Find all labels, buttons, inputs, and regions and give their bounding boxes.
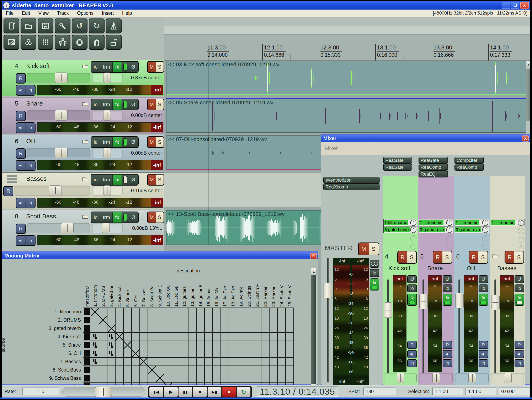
matrix-cell[interactable] bbox=[278, 357, 285, 366]
matrix-cell[interactable] bbox=[188, 324, 196, 332]
phase-button[interactable]: Ø bbox=[407, 275, 417, 283]
matrix-cell[interactable] bbox=[269, 308, 278, 316]
folder-icon[interactable] bbox=[82, 213, 89, 221]
matrix-cell[interactable] bbox=[83, 374, 91, 382]
matrix-cell[interactable] bbox=[115, 341, 123, 349]
matrix-cell[interactable] bbox=[115, 332, 123, 341]
matrix-cell[interactable] bbox=[237, 349, 245, 357]
input-button[interactable]: in bbox=[443, 359, 452, 367]
matrix-cell[interactable] bbox=[172, 324, 180, 332]
matrix-cell[interactable] bbox=[83, 357, 91, 366]
matrix-cell[interactable] bbox=[196, 324, 204, 332]
pan-slider[interactable] bbox=[92, 148, 123, 158]
volume-slider-thumb[interactable] bbox=[55, 110, 68, 121]
mute-button[interactable]: M bbox=[148, 99, 156, 110]
pan-slider[interactable] bbox=[419, 373, 453, 383]
master-io-button[interactable]: io bbox=[370, 269, 379, 277]
matrix-cell[interactable] bbox=[204, 341, 213, 349]
pan-thumb[interactable] bbox=[504, 373, 512, 383]
trim-button[interactable]: trm bbox=[100, 212, 113, 222]
matrix-cell[interactable] bbox=[285, 357, 294, 366]
matrix-cell[interactable] bbox=[261, 357, 269, 366]
matrix-cell[interactable] bbox=[245, 332, 253, 341]
matrix-cell[interactable] bbox=[237, 332, 245, 341]
mute-button[interactable]: M bbox=[148, 137, 156, 147]
matrix-cell[interactable] bbox=[115, 366, 123, 374]
matrix-cell[interactable] bbox=[204, 366, 213, 374]
matrix-cell[interactable] bbox=[140, 324, 148, 332]
matrix-cell[interactable] bbox=[221, 374, 229, 382]
fx-slot[interactable]: ReaComp bbox=[455, 164, 484, 171]
solo-button[interactable]: S bbox=[514, 251, 524, 263]
matrix-cell[interactable] bbox=[180, 324, 188, 332]
mute-button[interactable]: R bbox=[398, 251, 407, 263]
matrix-cell[interactable] bbox=[261, 308, 269, 316]
matrix-cell[interactable] bbox=[132, 374, 140, 382]
media-item[interactable]: << 05-Snare-consolidated-070929_1219.wv bbox=[166, 98, 526, 133]
monitor-speaker-icon[interactable] bbox=[16, 123, 25, 133]
stereo-mono-button[interactable] bbox=[370, 260, 379, 268]
routing-button[interactable] bbox=[55, 35, 70, 50]
matrix-cell[interactable] bbox=[156, 357, 164, 366]
io-button[interactable]: io bbox=[479, 285, 488, 292]
master-fader-thumb[interactable] bbox=[323, 283, 332, 298]
matrix-cell[interactable] bbox=[156, 324, 164, 332]
phase-button[interactable]: Ø bbox=[129, 99, 138, 110]
trim-button[interactable]: trm bbox=[100, 175, 113, 185]
matrix-cell[interactable] bbox=[285, 341, 294, 349]
pan-slider[interactable] bbox=[92, 185, 123, 196]
volume-slider[interactable] bbox=[27, 148, 90, 158]
solo-button[interactable]: S bbox=[478, 251, 488, 263]
folder-icon[interactable] bbox=[82, 138, 89, 146]
matrix-cell[interactable] bbox=[188, 357, 196, 366]
matrix-cell[interactable] bbox=[107, 341, 115, 349]
matrix-cell[interactable] bbox=[180, 357, 188, 366]
fx-enable-led[interactable] bbox=[122, 137, 129, 147]
matrix-cell[interactable] bbox=[132, 349, 140, 357]
matrix-cell[interactable] bbox=[245, 374, 253, 382]
input-button[interactable]: in bbox=[25, 198, 35, 208]
matrix-cell[interactable] bbox=[83, 366, 91, 374]
mixer-titlebar[interactable]: Mixer bbox=[321, 135, 530, 142]
matrix-cell[interactable] bbox=[229, 349, 237, 357]
matrix-cell[interactable] bbox=[269, 324, 278, 332]
matrix-cell[interactable] bbox=[221, 332, 229, 341]
matrix-cell[interactable] bbox=[269, 366, 278, 374]
pan-slider[interactable] bbox=[92, 223, 123, 233]
matrix-cell[interactable] bbox=[196, 357, 204, 366]
menu-file[interactable]: File bbox=[2, 10, 18, 16]
track-name[interactable]: Snare bbox=[26, 100, 43, 107]
matrix-cell[interactable] bbox=[107, 332, 115, 341]
pan-thumb[interactable] bbox=[469, 373, 476, 383]
matrix-cell[interactable] bbox=[229, 357, 237, 366]
rate-slider-thumb[interactable] bbox=[95, 387, 112, 397]
menu-insert[interactable]: Insert bbox=[98, 10, 118, 16]
matrix-cell[interactable] bbox=[253, 349, 261, 357]
matrix-cell[interactable] bbox=[99, 324, 107, 332]
matrix-cell[interactable] bbox=[285, 332, 294, 341]
matrix-cell[interactable] bbox=[115, 357, 123, 366]
monitor-speaker-icon[interactable] bbox=[16, 85, 25, 95]
record-arm-button[interactable]: R bbox=[16, 148, 26, 159]
matrix-cell[interactable] bbox=[245, 324, 253, 332]
matrix-cell[interactable] bbox=[156, 349, 164, 357]
matrix-cell[interactable] bbox=[269, 357, 278, 366]
matrix-cell[interactable] bbox=[213, 366, 221, 374]
matrix-cell[interactable] bbox=[229, 308, 237, 316]
media-item[interactable]: << 03-Kick soft-consolidated-070929_1219… bbox=[166, 61, 526, 95]
matrix-cell[interactable] bbox=[269, 349, 278, 357]
master-solo-button[interactable]: S bbox=[369, 243, 379, 255]
matrix-cell[interactable] bbox=[83, 341, 91, 349]
volume-slider-thumb[interactable] bbox=[61, 223, 74, 233]
matrix-cell[interactable] bbox=[253, 374, 261, 382]
matrix-cell[interactable] bbox=[278, 308, 285, 316]
matrix-cell[interactable] bbox=[204, 374, 213, 382]
matrix-cell[interactable] bbox=[213, 332, 221, 341]
mute-button[interactable]: M bbox=[148, 62, 156, 72]
record-arm-button[interactable]: R bbox=[3, 186, 13, 196]
matrix-cell[interactable] bbox=[99, 341, 107, 349]
matrix-cell[interactable] bbox=[245, 366, 253, 374]
matrix-cell[interactable] bbox=[156, 332, 164, 341]
matrix-cell[interactable] bbox=[204, 349, 213, 357]
matrix-cell[interactable] bbox=[237, 366, 245, 374]
